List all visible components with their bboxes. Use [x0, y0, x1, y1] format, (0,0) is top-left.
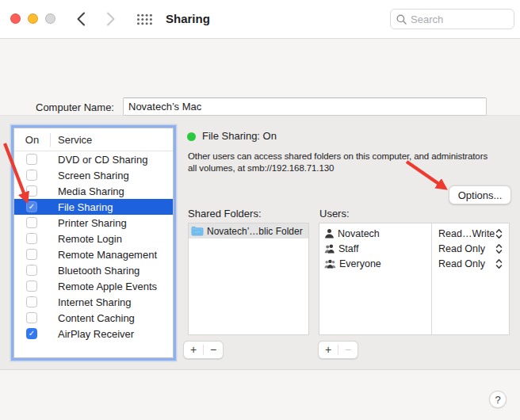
shared-folders-label: Shared Folders: — [188, 208, 262, 220]
shared-folders-remove-button[interactable]: − — [204, 342, 223, 358]
computer-name-input[interactable] — [123, 97, 487, 116]
service-row[interactable]: Remote Management — [14, 246, 173, 262]
service-label: Remote Login — [58, 233, 122, 245]
file-sharing-description-line2: all volumes, at smb://192.168.71.130 — [188, 163, 334, 173]
service-checkbox[interactable] — [26, 249, 37, 260]
service-label: Remote Apple Events — [58, 281, 157, 292]
users-label: Users: — [319, 208, 350, 220]
service-label: Remote Management — [58, 249, 157, 261]
service-checkbox[interactable] — [26, 265, 37, 276]
sharing-preferences-window: Sharing Computer Name: Computers on your… — [0, 0, 520, 420]
back-button[interactable] — [76, 12, 86, 26]
services-list[interactable]: On Service DVD or CD Sharing Screen Shar… — [13, 128, 174, 358]
user-name: Everyone — [339, 258, 381, 269]
shared-folders-list[interactable]: Novatech’…blic Folder — [188, 223, 309, 335]
public-folder-icon — [191, 226, 204, 236]
service-checkbox[interactable] — [26, 328, 37, 339]
shared-folders-add-remove: + − — [183, 341, 224, 359]
toolbar: Sharing — [0, 0, 520, 39]
users-list[interactable]: Novatech Read…Write — [319, 223, 510, 335]
service-row[interactable]: Remote Apple Events — [14, 278, 173, 294]
service-label: Printer Sharing — [58, 217, 127, 229]
service-checkbox[interactable] — [26, 217, 37, 228]
users-remove-button[interactable]: − — [338, 342, 358, 358]
service-row[interactable]: AirPlay Receiver — [14, 326, 173, 342]
service-label: Content Caching — [58, 312, 135, 324]
service-checkbox[interactable] — [26, 312, 37, 323]
service-row[interactable]: Content Caching — [14, 310, 173, 326]
service-label: DVD or CD Sharing — [58, 154, 147, 166]
user-name: Novatech — [338, 228, 380, 239]
on-column-header: On — [14, 134, 50, 146]
shared-folders-add-button[interactable]: + — [184, 342, 203, 358]
service-row[interactable]: Internet Sharing — [14, 294, 173, 310]
service-checkbox[interactable] — [26, 170, 37, 181]
shared-folder-row[interactable]: Novatech’…blic Folder — [189, 223, 308, 239]
service-row[interactable]: File Sharing — [14, 199, 173, 215]
two-users-icon — [324, 243, 335, 254]
group-users-icon — [324, 258, 336, 269]
service-row[interactable]: Remote Login — [14, 231, 173, 246]
service-row[interactable]: DVD or CD Sharing — [14, 151, 173, 167]
search-icon — [396, 14, 407, 25]
user-row[interactable]: Staff Read Only — [319, 241, 509, 256]
file-sharing-description-line1: Other users can access shared folders on… — [188, 151, 488, 161]
forward-button[interactable] — [106, 12, 116, 26]
page-title: Sharing — [166, 12, 210, 25]
permission-popup[interactable]: Read Only — [431, 258, 509, 269]
permission-value: Read Only — [438, 243, 485, 254]
options-button[interactable]: Options... — [449, 185, 511, 204]
stepper-chevrons-icon[interactable] — [495, 258, 503, 269]
single-user-icon — [324, 228, 335, 239]
service-row[interactable]: Media Sharing — [14, 183, 173, 199]
service-label: Screen Sharing — [58, 170, 129, 181]
chevron-left-icon — [76, 12, 86, 26]
users-add-remove: + − — [318, 341, 358, 359]
search-field[interactable] — [390, 9, 514, 29]
service-row[interactable]: Screen Sharing — [14, 167, 173, 183]
services-list-header: On Service — [14, 128, 173, 151]
service-checkbox[interactable] — [26, 185, 37, 197]
user-name: Staff — [338, 243, 358, 254]
computer-name-section: Computer Name: Computers on your local n… — [0, 39, 520, 116]
users-add-button[interactable]: + — [319, 342, 338, 358]
status-indicator-dot — [187, 132, 196, 141]
service-row[interactable]: Printer Sharing — [14, 215, 173, 231]
computer-name-label: Computer Name: — [36, 101, 114, 113]
stepper-chevrons-icon[interactable] — [495, 243, 503, 254]
service-checkbox[interactable] — [26, 281, 37, 292]
user-row[interactable]: Everyone Read Only — [319, 256, 509, 271]
user-row[interactable]: Novatech Read…Write — [319, 226, 509, 241]
service-label: AirPlay Receiver — [58, 328, 134, 340]
chevron-right-icon — [106, 12, 116, 26]
file-sharing-status: File Sharing: On — [202, 130, 277, 142]
service-label: Internet Sharing — [58, 296, 132, 308]
search-input[interactable] — [411, 13, 508, 25]
permission-value: Read…Write — [438, 228, 495, 239]
stepper-chevrons-icon[interactable] — [495, 228, 503, 239]
shared-folder-name: Novatech’…blic Folder — [207, 226, 303, 237]
service-checkbox[interactable] — [26, 233, 37, 244]
service-column-header: Service — [51, 134, 92, 146]
grid-icon — [136, 13, 153, 25]
zoom-window-button[interactable] — [45, 13, 55, 24]
service-checkbox[interactable] — [26, 154, 37, 165]
service-label: Bluetooth Sharing — [58, 265, 140, 277]
permission-popup[interactable]: Read Only — [431, 243, 509, 254]
service-checkbox[interactable] — [26, 296, 37, 307]
service-row[interactable]: Bluetooth Sharing — [14, 262, 173, 278]
permission-popup[interactable]: Read…Write — [431, 228, 509, 239]
minimize-window-button[interactable] — [28, 13, 38, 24]
footer: ? — [0, 370, 520, 420]
service-checkbox[interactable] — [26, 201, 37, 212]
show-all-preferences-button[interactable] — [136, 13, 153, 29]
service-label: File Sharing — [58, 201, 113, 213]
close-window-button[interactable] — [10, 13, 21, 24]
help-button[interactable]: ? — [489, 391, 507, 408]
service-label: Media Sharing — [58, 185, 124, 197]
permission-value: Read Only — [438, 258, 485, 269]
main-section: On Service DVD or CD Sharing Screen Shar… — [0, 116, 520, 370]
